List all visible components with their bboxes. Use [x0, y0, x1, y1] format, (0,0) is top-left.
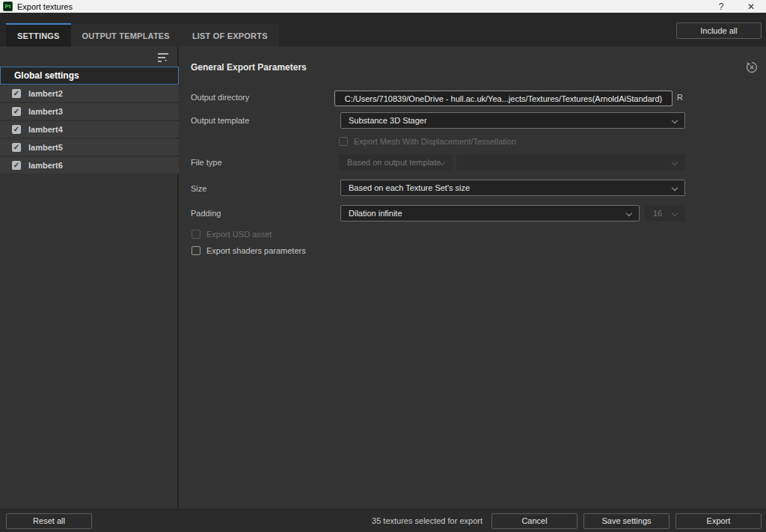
chevron-down-icon	[672, 117, 678, 123]
texture-set-label: lambert4	[28, 125, 63, 134]
include-all-button[interactable]: Include all	[676, 22, 762, 39]
sidebar-item-lambert3[interactable]: ✓ lambert3	[0, 103, 179, 120]
texture-set-sidebar: Global settings ✓ lambert2 ✓ lambert3 ✓ …	[0, 46, 179, 509]
sidebar-item-global-settings[interactable]: Global settings	[0, 67, 179, 85]
padding-size-dropdown[interactable]: 16	[645, 205, 685, 221]
checkbox-unchecked-icon[interactable]	[192, 246, 200, 255]
export-usd-checkbox-row[interactable]: Export USD asset	[192, 230, 272, 239]
texture-set-label: lambert5	[28, 143, 63, 152]
panel-title: General Export Parameters	[191, 62, 307, 73]
padding-dropdown[interactable]: Dilation infinite	[340, 205, 640, 221]
reset-all-button[interactable]: Reset all	[6, 513, 92, 529]
sidebar-item-lambert6[interactable]: ✓ lambert6	[0, 157, 179, 174]
chevron-down-icon	[672, 210, 678, 216]
size-dropdown[interactable]: Based on each Texture Set's size	[340, 180, 685, 196]
chevron-down-icon	[672, 185, 678, 191]
file-format-dropdown[interactable]	[456, 154, 685, 171]
padding-label: Padding	[191, 209, 221, 218]
padding-value: Dilation infinite	[349, 209, 402, 218]
output-directory-field[interactable]: C:/Users/710839/OneDrive - hull.ac.uk/Ye…	[334, 91, 672, 106]
checkbox-checked-icon[interactable]: ✓	[12, 89, 21, 98]
header: SETTINGS OUTPUT TEMPLATES LIST OF EXPORT…	[0, 13, 766, 46]
sidebar-item-lambert5[interactable]: ✓ lambert5	[0, 139, 179, 156]
tab-settings[interactable]: SETTINGS	[6, 23, 71, 46]
titlebar: Pt Export textures ? ✕	[0, 0, 766, 13]
global-settings-label: Global settings	[14, 70, 79, 81]
sidebar-item-lambert2[interactable]: ✓ lambert2	[0, 85, 179, 102]
app-icon: Pt	[3, 1, 13, 11]
export-mesh-label: Export Mesh With Displacement/Tessellati…	[354, 137, 516, 146]
cancel-button[interactable]: Cancel	[491, 513, 577, 529]
close-button[interactable]: ✕	[736, 0, 766, 13]
save-settings-button[interactable]: Save settings	[583, 513, 670, 529]
export-mesh-checkbox-row[interactable]: Export Mesh With Displacement/Tessellati…	[339, 137, 516, 146]
reset-history-icon[interactable]	[745, 61, 759, 74]
output-directory-label: Output directory	[191, 93, 249, 102]
general-export-parameters-panel: General Export Parameters Output directo…	[180, 46, 766, 509]
texture-set-label: lambert3	[28, 107, 63, 116]
output-template-dropdown[interactable]: Substance 3D Stager	[340, 112, 685, 129]
footer-bar: Reset all 35 textures selected for expor…	[0, 509, 766, 532]
tab-list-of-exports[interactable]: LIST OF EXPORTS	[181, 24, 279, 46]
tab-output-templates[interactable]: OUTPUT TEMPLATES	[71, 24, 181, 46]
size-label: Size	[191, 184, 206, 193]
size-value: Based on each Texture Set's size	[349, 183, 470, 192]
output-template-label: Output template	[191, 116, 249, 125]
window-title: Export textures	[17, 2, 73, 11]
output-directory-suffix[interactable]: R	[677, 93, 683, 102]
checkbox-checked-icon[interactable]: ✓	[12, 143, 21, 152]
export-status-text: 35 textures selected for export	[372, 516, 482, 525]
help-button[interactable]: ?	[706, 0, 736, 13]
checkbox-unchecked-icon[interactable]	[192, 230, 200, 239]
texture-set-label: lambert2	[28, 89, 63, 98]
file-type-value: Based on output template	[347, 158, 441, 167]
sidebar-item-lambert4[interactable]: ✓ lambert4	[0, 121, 179, 138]
export-usd-label: Export USD asset	[206, 230, 272, 239]
checkbox-checked-icon[interactable]: ✓	[12, 107, 21, 116]
filter-sort-icon[interactable]	[156, 52, 171, 64]
export-button[interactable]: Export	[675, 513, 762, 529]
texture-set-label: lambert6	[28, 161, 63, 170]
export-shaders-checkbox-row[interactable]: Export shaders parameters	[192, 246, 306, 255]
checkbox-checked-icon[interactable]: ✓	[12, 125, 21, 134]
export-shaders-label: Export shaders parameters	[206, 246, 306, 255]
checkbox-unchecked-icon[interactable]	[339, 137, 348, 146]
chevron-down-icon	[626, 210, 632, 216]
output-template-value: Substance 3D Stager	[349, 116, 427, 125]
file-type-dropdown[interactable]: Based on output template	[339, 154, 453, 171]
padding-size-value: 16	[653, 209, 662, 218]
texture-set-list: ✓ lambert2 ✓ lambert3 ✓ lambert4 ✓ lambe…	[0, 85, 179, 175]
file-type-label: File type	[191, 158, 222, 167]
tabstrip: SETTINGS OUTPUT TEMPLATES LIST OF EXPORT…	[6, 23, 279, 46]
chevron-down-icon	[672, 159, 678, 165]
checkbox-checked-icon[interactable]: ✓	[12, 161, 21, 170]
